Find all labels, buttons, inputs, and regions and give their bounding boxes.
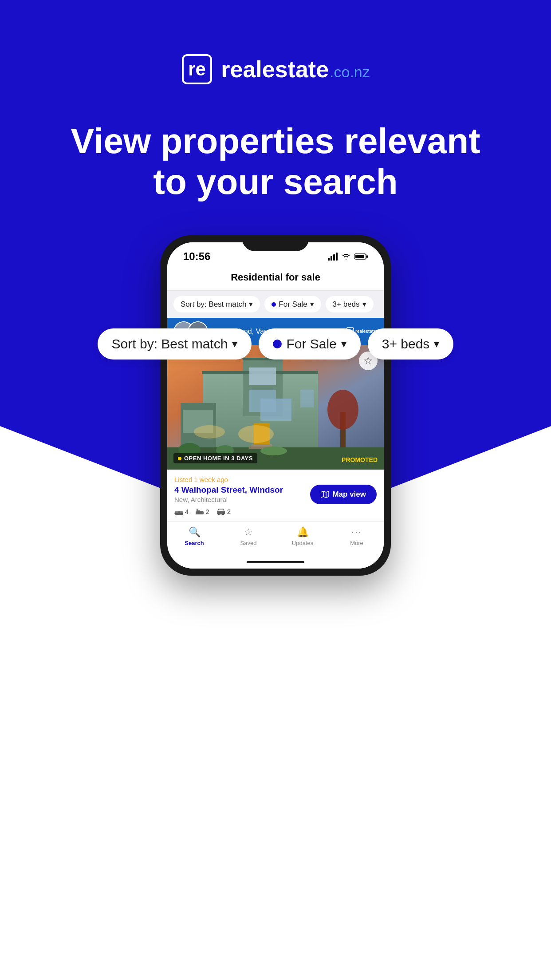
logo-brand: realestate: [221, 56, 329, 83]
svg-rect-24: [300, 390, 314, 407]
beds-chevron-icon: ▾: [434, 338, 439, 350]
app-header: Residential for sale: [167, 266, 384, 291]
svg-rect-5: [333, 254, 335, 261]
bed-icon: [174, 508, 183, 515]
sort-pill[interactable]: Sort by: Best match ▾: [98, 328, 252, 360]
more-tab-icon: ···: [351, 526, 362, 538]
phone-notch: [242, 235, 309, 251]
car-icon: [216, 508, 225, 515]
svg-rect-40: [182, 514, 183, 515]
cars-feature: 2: [216, 508, 231, 515]
svg-rect-30: [252, 444, 272, 447]
svg-point-32: [327, 390, 358, 430]
svg-point-28: [194, 425, 225, 439]
saved-tab-icon: ☆: [244, 526, 253, 538]
app-beds-pill[interactable]: 3+ beds ▾: [326, 296, 374, 312]
svg-point-35: [260, 447, 287, 455]
search-tab-icon: 🔍: [189, 526, 201, 538]
more-tab-label: More: [350, 540, 363, 546]
svg-rect-44: [197, 510, 200, 511]
svg-rect-21: [249, 368, 276, 385]
page-wrapper: re realestate .co.nz View properties rel…: [0, 0, 551, 980]
beds-count: 4: [185, 508, 189, 515]
property-details: Listed 1 week ago 4 Waihopai Street, Win…: [167, 470, 384, 522]
cars-count: 2: [227, 508, 231, 515]
svg-text:re: re: [188, 59, 206, 79]
beds-feature: 4: [174, 508, 189, 515]
svg-rect-4: [331, 256, 332, 261]
logo-area: re realestate .co.nz: [0, 0, 551, 85]
svg-point-47: [222, 514, 224, 515]
open-home-label: OPEN HOME IN 3 DAYS: [184, 455, 253, 462]
signal-icon: [328, 253, 338, 261]
tab-updates[interactable]: 🔔 Updates: [276, 526, 330, 546]
logo-suffix: .co.nz: [330, 63, 370, 81]
property-photo-svg: [167, 345, 384, 470]
app-filter-bar: Sort by: Best match ▾ For Sale ▾ 3+ beds…: [167, 291, 384, 318]
headline: View properties relevant to your search: [0, 85, 551, 202]
home-indicator-bar: [247, 561, 304, 563]
filter-pills-overlay: Sort by: Best match ▾ For Sale ▾ 3+ beds…: [94, 328, 457, 360]
property-image: ☆ OPEN HOME IN 3 DAYS PROMOTED: [167, 345, 384, 470]
svg-point-46: [218, 514, 220, 515]
map-view-label: Map view: [332, 490, 366, 499]
app-beds-label: 3+ beds: [333, 300, 360, 309]
tab-saved[interactable]: ☆ Saved: [221, 526, 276, 546]
promoted-label: PROMOTED: [342, 456, 378, 463]
logo-text-group: realestate .co.nz: [221, 56, 370, 83]
listed-date: Listed 1 week ago: [174, 476, 283, 483]
headline-line2: to your search: [53, 162, 498, 202]
baths-count: 2: [205, 508, 209, 515]
app-sale-label: For Sale: [279, 300, 307, 309]
phone-container: 10:56: [160, 235, 391, 576]
open-home-badge: OPEN HOME IN 3 DAYS: [173, 453, 257, 463]
beds-label: 3+ beds: [382, 336, 430, 352]
updates-tab-label: Updates: [292, 540, 313, 546]
beds-pill[interactable]: 3+ beds ▾: [368, 328, 454, 360]
tab-search[interactable]: 🔍 Search: [167, 526, 221, 546]
saved-tab-label: Saved: [240, 540, 257, 546]
app-sort-label: Sort by: Best match: [181, 300, 246, 309]
phone-inner: 10:56: [167, 242, 384, 569]
updates-tab-icon: 🔔: [297, 526, 309, 538]
app-sort-pill[interactable]: Sort by: Best match ▾: [173, 296, 260, 312]
phone-frame: 10:56: [160, 235, 391, 576]
svg-rect-41: [174, 513, 183, 514]
bath-icon: [196, 508, 204, 515]
svg-rect-3: [328, 258, 330, 261]
home-indicator: [167, 555, 384, 569]
svg-point-27: [238, 425, 274, 443]
tab-more[interactable]: ··· More: [330, 526, 384, 546]
headline-line1: View properties relevant: [53, 121, 498, 162]
svg-rect-8: [366, 255, 368, 258]
app-sale-pill[interactable]: For Sale ▾: [264, 296, 321, 312]
property-address: 4 Waihopai Street, Windsor: [174, 485, 283, 495]
svg-rect-42: [196, 511, 204, 514]
search-tab-label: Search: [185, 540, 204, 546]
property-type: New, Architectural: [174, 496, 283, 503]
app-header-title: Residential for sale: [231, 272, 320, 283]
sale-type-pill[interactable]: For Sale ▾: [259, 328, 360, 360]
svg-rect-39: [175, 514, 176, 515]
sale-type-label: For Sale: [286, 336, 336, 352]
re-logo-icon: re: [181, 53, 213, 85]
map-view-button[interactable]: Map view: [310, 485, 377, 504]
wifi-icon: [341, 253, 351, 261]
property-features: 4 2: [174, 508, 283, 515]
tab-bar: 🔍 Search ☆ Saved 🔔 Updates ··· More: [167, 522, 384, 555]
status-time: 10:56: [183, 250, 210, 263]
sort-label: Sort by: Best match: [112, 336, 228, 352]
property-text-left: Listed 1 week ago 4 Waihopai Street, Win…: [174, 476, 283, 515]
app-sale-chevron: ▾: [310, 300, 314, 309]
sale-dot-icon: [273, 340, 282, 348]
app-sale-dot: [272, 302, 276, 307]
sort-chevron-icon: ▾: [232, 338, 237, 350]
promoted-badge: PROMOTED: [342, 456, 378, 463]
app-sort-chevron: ▾: [249, 300, 253, 309]
svg-rect-23: [260, 399, 291, 421]
status-icons: [328, 253, 368, 261]
svg-rect-6: [336, 253, 338, 261]
battery-icon: [354, 253, 368, 260]
app-beds-chevron: ▾: [362, 300, 366, 309]
sale-chevron-icon: ▾: [341, 338, 346, 350]
